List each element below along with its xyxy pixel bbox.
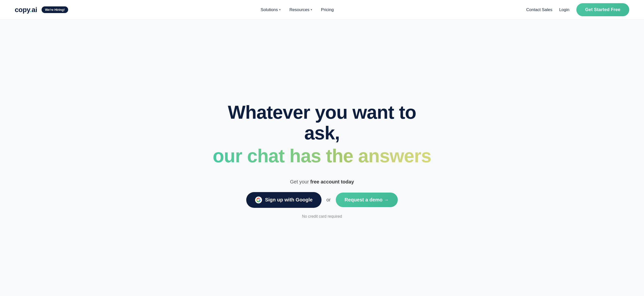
hero-buttons: Sign up with Google or Request a demo → [246, 192, 398, 208]
hero-section: Whatever you want to ask, our chat has t… [0, 20, 644, 296]
get-started-button[interactable]: Get Started Free [576, 3, 629, 16]
chevron-down-icon: ▾ [279, 8, 281, 11]
hero-headline-line1: Whatever you want to ask, [211, 102, 433, 143]
login-link[interactable]: Login [559, 8, 570, 12]
google-logo-svg [256, 198, 261, 202]
request-demo-button[interactable]: Request a demo → [336, 193, 398, 207]
contact-sales-link[interactable]: Contact Sales [526, 8, 552, 12]
nav-pricing[interactable]: Pricing [321, 8, 334, 12]
google-signup-button[interactable]: Sign up with Google [246, 192, 321, 208]
google-icon [255, 196, 262, 203]
nav-solutions[interactable]: Solutions ▾ [261, 8, 281, 12]
navbar-left: copy.ai We're Hiring! [15, 6, 68, 14]
logo[interactable]: copy.ai [15, 6, 37, 14]
hero-cta-text: Get your free account today [290, 179, 354, 185]
or-separator: or [326, 197, 331, 203]
navbar: copy.ai We're Hiring! Solutions ▾ Resour… [0, 0, 644, 20]
navbar-nav: Solutions ▾ Resources ▾ Pricing [261, 8, 334, 12]
logo-text: copy.ai [15, 6, 37, 14]
nav-resources[interactable]: Resources ▾ [290, 8, 312, 12]
hero-headline-line2: our chat has the answers [213, 145, 431, 166]
no-credit-card-text: No credit card required [302, 214, 342, 219]
navbar-right: Contact Sales Login Get Started Free [526, 3, 629, 16]
chevron-down-icon: ▾ [311, 8, 312, 11]
hiring-badge[interactable]: We're Hiring! [42, 7, 68, 13]
